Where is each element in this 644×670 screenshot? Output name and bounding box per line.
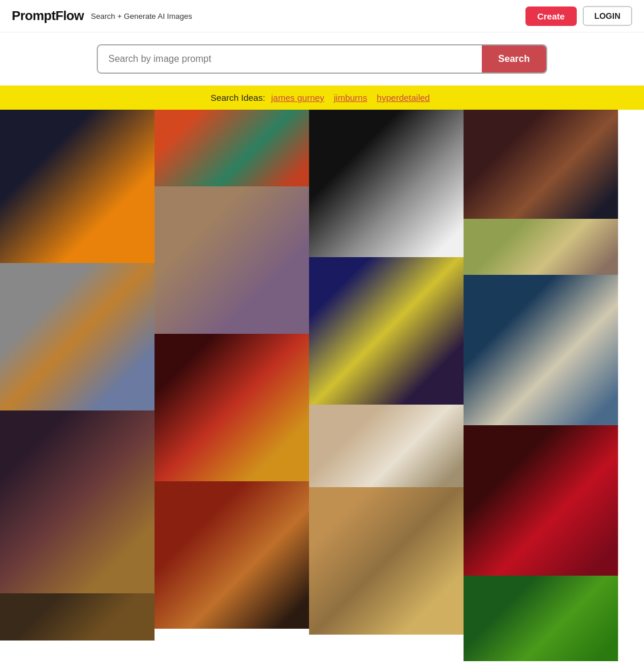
image-chipmunk[interactable] bbox=[0, 263, 155, 410]
image-grid bbox=[0, 110, 644, 661]
image-creature[interactable] bbox=[155, 110, 309, 186]
image-green[interactable] bbox=[464, 576, 618, 661]
search-idea-jimburns[interactable]: jimburns bbox=[334, 93, 367, 103]
header: PromptFlow Search + Generate AI Images C… bbox=[0, 0, 644, 32]
image-ballroom[interactable] bbox=[464, 219, 618, 275]
image-person-bottom[interactable] bbox=[0, 593, 155, 641]
search-section: Search bbox=[0, 32, 644, 86]
search-input[interactable] bbox=[98, 45, 482, 73]
image-pope[interactable] bbox=[309, 405, 464, 487]
header-right: Create LOGIN bbox=[525, 6, 632, 26]
image-col-2 bbox=[155, 110, 309, 661]
search-ideas-label: Search Ideas: bbox=[211, 93, 265, 103]
search-idea-hyperdetailed[interactable]: hyperdetailed bbox=[377, 93, 430, 103]
image-nicholas-cage[interactable] bbox=[464, 275, 618, 425]
image-samurai[interactable] bbox=[155, 481, 309, 629]
image-joker[interactable] bbox=[0, 410, 155, 593]
image-col-3 bbox=[309, 110, 464, 661]
image-planets[interactable] bbox=[0, 110, 155, 263]
search-idea-james-gurney[interactable]: james gurney bbox=[271, 93, 324, 103]
image-col-1 bbox=[0, 110, 155, 661]
logo: PromptFlow bbox=[12, 8, 84, 24]
search-ideas-banner: Search Ideas: james gurney jimburns hype… bbox=[0, 86, 644, 110]
image-col-4 bbox=[464, 110, 618, 661]
image-red-queen[interactable] bbox=[464, 425, 618, 576]
search-button[interactable]: Search bbox=[482, 45, 546, 73]
image-cat[interactable] bbox=[309, 487, 464, 635]
image-ironman[interactable] bbox=[155, 334, 309, 481]
image-nude-painting[interactable] bbox=[155, 186, 309, 334]
login-button[interactable]: LOGIN bbox=[583, 6, 632, 26]
header-left: PromptFlow Search + Generate AI Images bbox=[12, 8, 192, 24]
image-alien-light[interactable] bbox=[309, 257, 464, 405]
create-button[interactable]: Create bbox=[525, 6, 577, 26]
image-film-scenes[interactable] bbox=[464, 110, 618, 219]
search-bar: Search bbox=[97, 44, 547, 74]
logo-tagline: Search + Generate AI Images bbox=[91, 12, 192, 21]
image-woman-hair[interactable] bbox=[309, 110, 464, 257]
